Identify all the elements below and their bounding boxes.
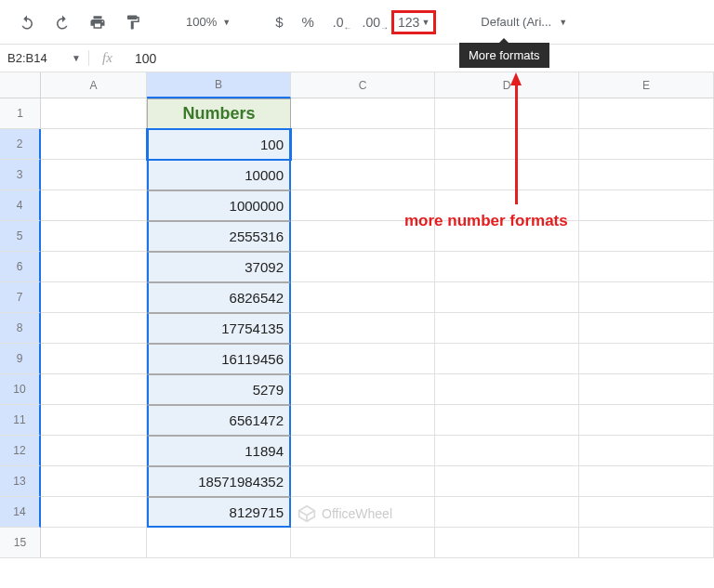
cell[interactable] [579, 344, 714, 374]
cell[interactable] [41, 190, 147, 221]
format-currency-button[interactable]: $ [268, 8, 290, 35]
cell[interactable] [435, 405, 579, 436]
cell[interactable] [41, 436, 147, 466]
cell[interactable] [291, 221, 435, 252]
cell[interactable] [291, 252, 435, 282]
print-button[interactable] [82, 8, 113, 36]
cell[interactable] [579, 497, 714, 528]
cell[interactable]: 5279 [147, 374, 291, 405]
cell[interactable] [435, 160, 579, 190]
cell-header[interactable]: Numbers [147, 98, 291, 129]
cell[interactable] [435, 497, 579, 528]
cell[interactable]: 6561472 [147, 405, 291, 436]
cell[interactable] [435, 344, 579, 374]
cell[interactable] [291, 405, 435, 436]
cell[interactable] [291, 436, 435, 466]
cell[interactable] [41, 129, 147, 160]
cell[interactable] [41, 497, 147, 528]
col-header[interactable]: A [41, 72, 147, 98]
cell[interactable]: 16119456 [147, 344, 291, 374]
cell[interactable] [41, 252, 147, 282]
more-formats-button[interactable]: 123 ▼ [391, 10, 436, 34]
col-header[interactable]: D [435, 72, 579, 98]
row-header[interactable]: 7 [0, 282, 41, 313]
cell[interactable] [579, 313, 714, 344]
cell[interactable] [291, 160, 435, 190]
cell[interactable]: 6826542 [147, 282, 291, 313]
cell[interactable] [291, 466, 435, 497]
cell[interactable]: 18571984352 [147, 466, 291, 497]
cell[interactable] [435, 374, 579, 405]
cell[interactable] [435, 466, 579, 497]
cell[interactable] [435, 190, 579, 221]
cell[interactable] [291, 282, 435, 313]
cell[interactable]: 2555316 [147, 221, 291, 252]
cell[interactable] [579, 405, 714, 436]
row-header[interactable]: 10 [0, 374, 41, 405]
cell[interactable] [41, 405, 147, 436]
row-header[interactable]: 3 [0, 160, 41, 190]
cell[interactable]: 8129715 [147, 497, 291, 528]
cell[interactable] [435, 436, 579, 466]
row-header[interactable]: 5 [0, 221, 41, 252]
cell[interactable] [579, 98, 714, 129]
redo-button[interactable] [46, 8, 78, 36]
cell[interactable] [435, 252, 579, 282]
undo-button[interactable] [11, 8, 43, 36]
cell[interactable] [435, 221, 579, 252]
cell[interactable] [291, 344, 435, 374]
row-header[interactable]: 14 [0, 497, 41, 528]
col-header[interactable]: C [291, 72, 435, 98]
cell[interactable] [41, 466, 147, 497]
increase-decimal-button[interactable]: .00→ [355, 9, 388, 35]
select-all-corner[interactable] [0, 72, 41, 98]
cell[interactable]: 17754135 [147, 313, 291, 344]
cell[interactable] [579, 252, 714, 282]
cell[interactable] [579, 160, 714, 190]
cell[interactable] [435, 129, 579, 160]
cell[interactable] [41, 528, 147, 558]
format-percent-button[interactable]: % [295, 8, 322, 35]
name-box[interactable]: B2:B14 ▼ [0, 47, 88, 69]
cell[interactable] [579, 221, 714, 252]
cell[interactable]: 11894 [147, 436, 291, 466]
cell[interactable]: 10000 [147, 160, 291, 190]
row-header[interactable]: 15 [0, 528, 41, 558]
cell[interactable] [579, 466, 714, 497]
cell[interactable] [291, 528, 435, 558]
cell[interactable] [41, 344, 147, 374]
cell[interactable]: 1000000 [147, 190, 291, 221]
cell[interactable]: 100 [147, 129, 291, 160]
cell[interactable] [291, 313, 435, 344]
row-header[interactable]: 9 [0, 344, 41, 374]
row-header[interactable]: 4 [0, 190, 41, 221]
row-header[interactable]: 2 [0, 129, 41, 160]
cell[interactable] [579, 374, 714, 405]
cell[interactable] [435, 98, 579, 129]
row-header[interactable]: 6 [0, 252, 41, 282]
cell[interactable] [579, 190, 714, 221]
cell[interactable] [435, 528, 579, 558]
cell[interactable] [147, 528, 291, 558]
cell[interactable] [291, 98, 435, 129]
row-header[interactable]: 12 [0, 436, 41, 466]
cell[interactable] [579, 129, 714, 160]
cell[interactable] [41, 221, 147, 252]
cell[interactable] [435, 282, 579, 313]
cell[interactable] [291, 190, 435, 221]
col-header[interactable]: B [147, 72, 291, 98]
row-header[interactable]: 8 [0, 313, 41, 344]
row-header[interactable]: 13 [0, 466, 41, 497]
cell[interactable] [41, 98, 147, 129]
cell[interactable]: 37092 [147, 252, 291, 282]
col-header[interactable]: E [579, 72, 714, 98]
cell[interactable] [435, 313, 579, 344]
cell[interactable] [291, 129, 435, 160]
cell[interactable] [41, 160, 147, 190]
row-header[interactable]: 1 [0, 98, 41, 129]
cell[interactable] [579, 436, 714, 466]
zoom-dropdown[interactable]: 100% ▼ [178, 11, 238, 33]
cell[interactable] [41, 374, 147, 405]
cell[interactable] [579, 282, 714, 313]
cell[interactable] [579, 528, 714, 558]
